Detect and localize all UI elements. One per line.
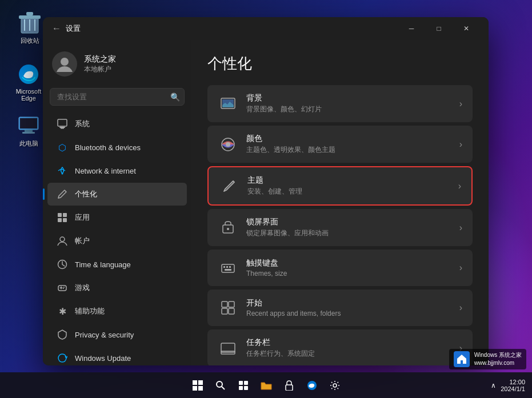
svg-rect-12 bbox=[58, 119, 67, 126]
user-info: 系统之家 本地帐户 bbox=[84, 54, 116, 74]
window-title: 设置 bbox=[66, 23, 81, 34]
background-text: 背景 背景图像、颜色、幻灯片 bbox=[246, 93, 459, 114]
accessibility-icon: ✱ bbox=[57, 305, 68, 317]
themes-icon bbox=[219, 176, 239, 196]
time-icon bbox=[57, 259, 68, 270]
sidebar-label-time: Time & language bbox=[75, 260, 131, 269]
sidebar-item-privacy[interactable]: Privacy & security bbox=[47, 323, 187, 346]
taskbar-text: 任务栏 任务栏行为、系统固定 bbox=[246, 337, 459, 359]
taskbar-icon bbox=[218, 338, 238, 359]
taskbar-clock[interactable]: 12:00 2024/1/1 bbox=[501, 379, 525, 392]
svg-point-54 bbox=[333, 384, 337, 387]
search-input[interactable] bbox=[50, 88, 185, 106]
svg-rect-19 bbox=[63, 218, 67, 222]
sidebar-item-apps[interactable]: 应用 bbox=[47, 206, 187, 229]
sidebar-label-gaming: 游戏 bbox=[75, 283, 90, 293]
watermark-text: Windows 系统之家 www.bjjmlv.com bbox=[474, 351, 522, 367]
watermark-line2: www.bjjmlv.com bbox=[474, 359, 522, 367]
settings-list: 背景 背景图像、颜色、幻灯片 › 颜色 主题色、透明效果、颜色主题 bbox=[207, 85, 473, 365]
svg-rect-10 bbox=[22, 132, 35, 134]
colors-desc: 主题色、透明效果、颜色主题 bbox=[246, 145, 459, 155]
start-desc: Recent apps and items, folders bbox=[246, 309, 459, 317]
user-section[interactable]: 系统之家 本地帐户 bbox=[43, 45, 191, 83]
search-icon: 🔍 bbox=[170, 93, 180, 102]
sidebar-label-accessibility: 辅助功能 bbox=[75, 306, 105, 316]
svg-rect-8 bbox=[20, 118, 37, 128]
touch-keyboard-desc: Themes, size bbox=[246, 270, 459, 278]
touch-keyboard-text: 触摸键盘 Themes, size bbox=[246, 258, 459, 278]
background-icon bbox=[218, 94, 238, 114]
sidebar-item-system[interactable]: 系统 bbox=[47, 112, 187, 135]
title-bar: ← 设置 ─ □ ✕ bbox=[43, 17, 489, 40]
edge-label: MicrosoftEdge bbox=[16, 88, 42, 102]
start-title: 开始 bbox=[246, 298, 459, 308]
maximize-button[interactable]: □ bbox=[426, 19, 452, 38]
themes-text: 主题 安装、创建、管理 bbox=[247, 175, 458, 196]
sidebar-item-bluetooth[interactable]: ⬡ Bluetooth & devices bbox=[47, 136, 187, 159]
svg-rect-38 bbox=[222, 308, 227, 314]
colors-icon bbox=[218, 134, 238, 155]
svg-rect-34 bbox=[229, 266, 231, 268]
taskbar-settings-button[interactable] bbox=[325, 375, 345, 396]
settings-item-colors[interactable]: 颜色 主题色、透明效果、颜色主题 › bbox=[207, 126, 473, 163]
sidebar-item-accessibility[interactable]: ✱ 辅助功能 bbox=[47, 300, 187, 323]
taskbar-bar: ∧ 12:00 2024/1/1 bbox=[0, 372, 532, 398]
svg-rect-52 bbox=[286, 385, 293, 391]
settings-window: ← 设置 ─ □ ✕ 系 bbox=[43, 17, 489, 365]
svg-point-11 bbox=[61, 58, 69, 66]
sidebar-label-windows-update: Windows Update bbox=[75, 354, 131, 363]
taskbar-explorer-button[interactable] bbox=[256, 375, 277, 396]
themes-chevron: › bbox=[458, 181, 461, 191]
svg-rect-14 bbox=[61, 128, 64, 129]
svg-rect-42 bbox=[193, 380, 197, 385]
sidebar-item-personalization[interactable]: 个性化 bbox=[47, 183, 187, 206]
taskbar-center bbox=[187, 375, 345, 396]
svg-rect-32 bbox=[223, 266, 225, 268]
settings-item-themes[interactable]: 主题 安装、创建、管理 › bbox=[207, 166, 473, 206]
svg-rect-31 bbox=[222, 264, 234, 272]
taskbar-lock-button[interactable] bbox=[279, 375, 299, 396]
my-computer-icon[interactable]: 此电脑 bbox=[10, 114, 47, 148]
background-chevron: › bbox=[459, 99, 462, 109]
svg-point-15 bbox=[62, 173, 63, 175]
sidebar-item-gaming[interactable]: 游戏 bbox=[47, 276, 187, 299]
settings-item-touch-keyboard[interactable]: 触摸键盘 Themes, size › bbox=[207, 250, 473, 286]
themes-title: 主题 bbox=[247, 175, 458, 186]
touch-keyboard-icon bbox=[218, 258, 238, 278]
system-icon bbox=[57, 118, 68, 130]
taskbar-search-button[interactable] bbox=[210, 375, 231, 396]
sidebar-item-time[interactable]: Time & language bbox=[47, 253, 187, 276]
sidebar-item-network[interactable]: Network & internet bbox=[47, 159, 187, 182]
back-button[interactable]: ← bbox=[52, 23, 61, 34]
taskbar-edge-button[interactable] bbox=[302, 375, 322, 396]
taskbar-desc: 任务栏行为、系统固定 bbox=[246, 349, 459, 359]
edge-icon-desktop[interactable]: MicrosoftEdge bbox=[10, 63, 47, 102]
settings-item-taskbar[interactable]: 任务栏 任务栏行为、系统固定 › bbox=[207, 329, 473, 365]
watermark-house-icon bbox=[454, 351, 470, 367]
lock-screen-text: 锁屏界面 锁定屏幕图像、应用和动画 bbox=[246, 217, 459, 238]
bluetooth-icon: ⬡ bbox=[57, 142, 68, 153]
themes-desc: 安装、创建、管理 bbox=[247, 187, 458, 196]
minimize-button[interactable]: ─ bbox=[398, 19, 425, 38]
svg-rect-44 bbox=[193, 386, 197, 391]
close-button[interactable]: ✕ bbox=[453, 19, 479, 38]
settings-item-start[interactable]: 开始 Recent apps and items, folders › bbox=[207, 290, 473, 326]
taskbar-start-button[interactable] bbox=[187, 375, 208, 396]
personalization-icon bbox=[57, 188, 68, 200]
settings-item-lock-screen[interactable]: 锁屏界面 锁定屏幕图像、应用和动画 › bbox=[207, 209, 473, 246]
svg-line-47 bbox=[222, 387, 225, 389]
settings-item-background[interactable]: 背景 背景图像、颜色、幻灯片 › bbox=[207, 85, 473, 122]
sidebar-item-accounts[interactable]: 帐户 bbox=[47, 230, 187, 252]
svg-rect-1 bbox=[19, 15, 41, 19]
lock-screen-desc: 锁定屏幕图像、应用和动画 bbox=[246, 228, 459, 238]
desktop: 回收站 MicrosoftEdge bbox=[0, 0, 532, 398]
start-icon bbox=[218, 298, 238, 318]
sidebar-item-windows-update[interactable]: Windows Update bbox=[47, 347, 187, 365]
taskbar-system-tray[interactable]: ∧ bbox=[491, 381, 496, 389]
taskbar-task-view-button[interactable] bbox=[233, 375, 254, 396]
taskbar-right: ∧ 12:00 2024/1/1 bbox=[491, 379, 525, 392]
edge-image bbox=[17, 63, 40, 86]
svg-rect-50 bbox=[239, 386, 243, 390]
network-icon bbox=[57, 165, 68, 176]
svg-rect-9 bbox=[25, 130, 33, 132]
